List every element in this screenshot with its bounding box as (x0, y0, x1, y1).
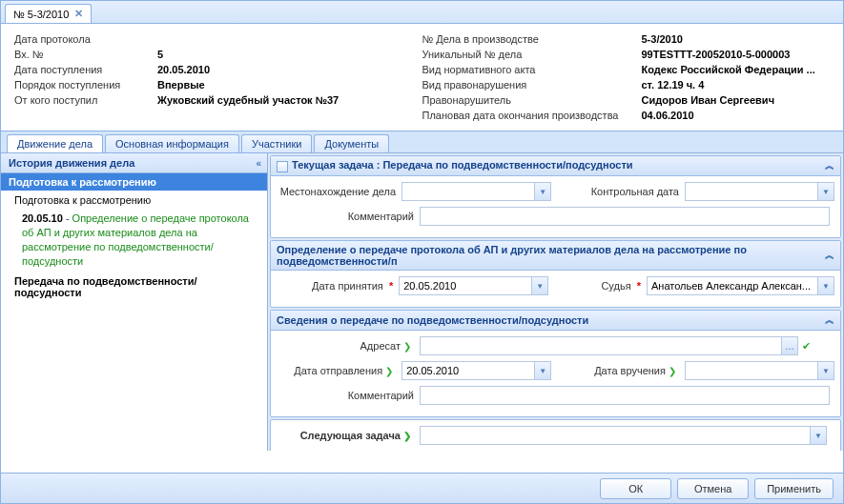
header-right-col: № Дела в производстве5-3/2010 Уникальный… (422, 33, 831, 125)
group-current-task: Текущая задача : Передача по подведомств… (270, 155, 841, 238)
hdr-value: 99TESTTT-20052010-5-000003 (642, 49, 791, 60)
hdr-value: 5 (157, 49, 163, 60)
transfer-comment-input[interactable] (420, 386, 830, 405)
send-date-input[interactable] (401, 361, 535, 380)
label-addressee: Адресат ❯ (277, 340, 420, 352)
main-area: История движения дела « Подготовка к рас… (1, 153, 843, 451)
hdr-value: 04.06.2010 (642, 110, 694, 121)
hdr-label: Дата поступления (14, 64, 157, 75)
dropdown-icon[interactable]: ▼ (818, 276, 834, 295)
document-tab-bar: № 5-3/2010 ✕ (1, 1, 843, 24)
judge-input[interactable] (647, 276, 818, 295)
label-location: Местонахождение дела (277, 186, 401, 197)
control-date-input[interactable] (685, 182, 818, 201)
header-left-col: Дата протокола Вх. №5 Дата поступления20… (14, 33, 422, 125)
calendar-icon[interactable]: ▼ (818, 182, 834, 201)
hdr-value: Впервые (157, 79, 205, 91)
cancel-button[interactable]: Отмена (677, 478, 749, 499)
label-receive-date: Дата вручения ❯ (585, 365, 685, 376)
stage-item[interactable]: Подготовка к рассмотрению (1, 191, 267, 210)
hdr-value: Жуковский судебный участок №37 (157, 94, 339, 106)
hdr-value: 20.05.2010 (157, 64, 210, 75)
history-title: История движения дела (9, 157, 134, 169)
label-judge: Судья * (548, 280, 647, 292)
group-decision: Определение о передаче протокола об АП и… (270, 240, 841, 308)
tab-documents[interactable]: Документы (314, 134, 389, 152)
group-next-task: Следующая задача ❯ ▼ (270, 419, 841, 451)
hdr-value: Сидоров Иван Сергеевич (642, 94, 775, 106)
hdr-label: Правонарушитель (422, 94, 642, 106)
case-header: Дата протокола Вх. №5 Дата поступления20… (1, 24, 843, 131)
group-title: Текущая задача : Передача по подведомств… (292, 159, 633, 171)
collapse-up-icon[interactable]: ︽ (825, 313, 834, 327)
close-icon[interactable]: ✕ (74, 8, 83, 20)
hdr-label: Порядок поступления (14, 79, 157, 91)
check-icon[interactable]: ✔ (802, 340, 811, 353)
entry-date: 20.05.10 (22, 212, 63, 224)
location-input[interactable] (401, 182, 535, 201)
history-panel: История движения дела « Подготовка к рас… (1, 153, 268, 451)
hdr-value: 5-3/2010 (642, 33, 683, 45)
collapse-icon[interactable]: « (256, 158, 259, 169)
hdr-label: От кого поступил (14, 94, 157, 106)
calendar-icon[interactable]: ▼ (532, 276, 548, 295)
collapse-up-icon[interactable]: ︽ (825, 159, 834, 172)
group-title: Определение о передаче протокола об АП и… (277, 244, 825, 267)
addressee-input[interactable] (420, 336, 782, 355)
hdr-label: Плановая дата окончания производства (422, 110, 642, 121)
tab-main-info[interactable]: Основная информация (105, 134, 239, 152)
label-send-date: Дата отправления ❯ (277, 365, 401, 376)
hdr-label: Уникальный № дела (422, 49, 642, 60)
decision-date-input[interactable] (399, 276, 532, 295)
history-body: Подготовка к рассмотрению Подготовка к р… (1, 173, 267, 451)
ok-button[interactable]: ОК (600, 478, 671, 499)
label-transfer-comment: Комментарий (277, 390, 420, 401)
stage-selected[interactable]: Подготовка к рассмотрению (1, 173, 267, 191)
apply-button[interactable]: Применить (754, 478, 834, 499)
calendar-icon[interactable]: ▼ (535, 361, 551, 380)
group-header-current-task[interactable]: Текущая задача : Передача по подведомств… (271, 156, 840, 176)
label-control-date: Контрольная дата (585, 186, 685, 197)
collapse-up-icon[interactable]: ︽ (825, 249, 834, 262)
form-panel: Текущая задача : Передача по подведомств… (268, 153, 843, 451)
entry-sep: - (63, 212, 72, 224)
label-decision-date: Дата принятия * (277, 280, 399, 292)
hdr-label: Вид правонарушения (422, 79, 642, 91)
tab-participants[interactable]: Участники (241, 134, 313, 152)
group-header-decision[interactable]: Определение о передаче протокола об АП и… (271, 241, 840, 271)
tab-movement[interactable]: Движение дела (7, 134, 103, 152)
group-title: Сведения о передаче по подведомственност… (277, 314, 588, 326)
history-entry[interactable]: 20.05.10 - Определение о передаче проток… (1, 210, 267, 270)
hdr-label: Дата протокола (14, 33, 157, 45)
dropdown-icon[interactable]: ▼ (535, 182, 551, 201)
hdr-value: ст. 12.19 ч. 4 (642, 79, 705, 91)
footer-bar: ОК Отмена Применить (1, 473, 843, 503)
hdr-label: Вх. № (14, 49, 157, 60)
hdr-value: Кодекс Российской Федерации ... (642, 64, 815, 75)
group-header-transfer[interactable]: Сведения о передаче по подведомственност… (271, 311, 840, 331)
document-tab[interactable]: № 5-3/2010 ✕ (5, 4, 92, 23)
hdr-label: № Дела в производстве (422, 33, 642, 45)
tab-strip: Движение дела Основная информация Участн… (1, 131, 843, 153)
document-icon (277, 161, 288, 172)
ellipsis-icon[interactable]: … (782, 336, 798, 355)
calendar-icon[interactable]: ▼ (818, 361, 834, 380)
history-header: История движения дела « (1, 153, 267, 173)
comment-input[interactable] (420, 207, 830, 226)
group-transfer: Сведения о передаче по подведомственност… (270, 310, 841, 417)
receive-date-input[interactable] (685, 361, 818, 380)
stage-item-current[interactable]: Передача по подведомственности/подсуднос… (1, 270, 267, 302)
next-task-input[interactable] (420, 426, 811, 445)
hdr-label: Вид нормативного акта (422, 64, 642, 75)
label-next-task: Следующая задача ❯ (277, 430, 420, 441)
document-tab-label: № 5-3/2010 (13, 9, 69, 20)
dropdown-icon[interactable]: ▼ (811, 426, 827, 445)
label-comment: Комментарий (277, 211, 420, 222)
